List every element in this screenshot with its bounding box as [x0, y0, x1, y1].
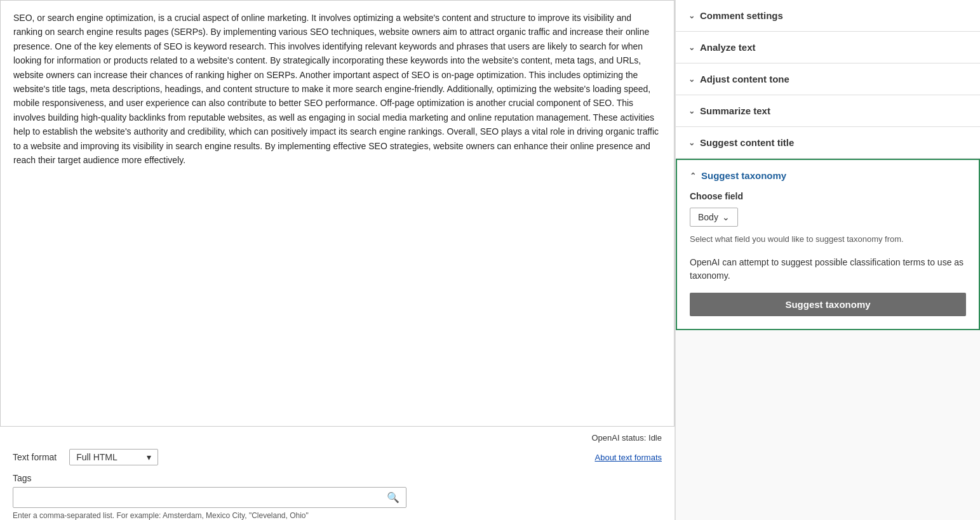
accordion-label-summarize-text: Summarize text	[700, 105, 770, 116]
accordion-header-suggest-content-title[interactable]: ⌄ Suggest content title	[676, 127, 980, 158]
choose-field-label: Choose field	[690, 191, 966, 201]
accordion-comment-settings: ⌄ Comment settings	[676, 0, 980, 32]
accordion-label-suggest-content-title: Suggest content title	[700, 137, 794, 148]
suggest-taxonomy-button[interactable]: Suggest taxonomy	[690, 293, 966, 316]
openai-desc: OpenAI can attempt to suggest possible c…	[690, 256, 966, 283]
tags-input-wrapper: 🔍	[13, 487, 406, 508]
about-text-formats-link[interactable]: About text formats	[595, 453, 662, 462]
accordion-header-suggest-taxonomy[interactable]: ⌃ Suggest taxonomy	[677, 160, 979, 191]
accordion-label-suggest-taxonomy: Suggest taxonomy	[701, 170, 786, 181]
chevron-down-icon: ⌄	[688, 107, 695, 116]
accordion-label-analyze-text: Analyze text	[700, 42, 756, 53]
accordion-label-comment-settings: Comment settings	[700, 10, 783, 21]
chevron-down-icon: ⌄	[722, 212, 730, 222]
text-format-select[interactable]: Full HTML ▾	[69, 449, 158, 465]
chevron-down-icon: ▾	[147, 452, 151, 462]
field-hint: Select what field you would like to sugg…	[690, 233, 966, 246]
body-content-area: SEO, or search engine optimization, is a…	[0, 0, 675, 427]
field-dropdown[interactable]: Body ⌄	[690, 208, 738, 227]
accordion-adjust-content-tone: ⌄ Adjust content tone	[676, 63, 980, 95]
text-format-left: Text format Full HTML ▾	[13, 449, 158, 465]
chevron-up-icon: ⌃	[690, 171, 696, 180]
chevron-down-icon: ⌄	[688, 43, 695, 52]
accordion-summarize-text: ⌄ Summarize text	[676, 95, 980, 127]
left-panel: SEO, or search engine optimization, is a…	[0, 0, 675, 520]
tags-label: Tags	[13, 473, 662, 483]
text-format-value: Full HTML	[76, 452, 117, 462]
accordion-header-analyze-text[interactable]: ⌄ Analyze text	[676, 32, 980, 63]
chevron-down-icon: ⌄	[688, 11, 695, 20]
chevron-down-icon: ⌄	[688, 75, 695, 84]
tags-hint: Enter a comma-separated list. For exampl…	[13, 511, 662, 520]
field-value: Body	[698, 212, 718, 222]
right-panel: ⌄ Comment settings ⌄ Analyze text ⌄ Adju…	[675, 0, 980, 520]
tags-search-icon[interactable]: 🔍	[387, 491, 399, 503]
accordion-header-summarize-text[interactable]: ⌄ Summarize text	[676, 95, 980, 126]
accordion-label-adjust-content-tone: Adjust content tone	[700, 74, 789, 84]
body-text: SEO, or search engine optimization, is a…	[13, 11, 661, 167]
text-format-label: Text format	[13, 452, 57, 462]
tags-input[interactable]	[20, 493, 387, 503]
taxonomy-body: Choose field Body ⌄ Select what field yo…	[677, 191, 979, 329]
chevron-down-icon: ⌄	[688, 138, 695, 147]
openai-status: OpenAI status: Idle	[13, 433, 662, 443]
tags-section: Tags 🔍 Enter a comma-separated list. For…	[13, 473, 662, 520]
bottom-bar: OpenAI status: Idle Text format Full HTM…	[0, 427, 675, 520]
accordion-header-comment-settings[interactable]: ⌄ Comment settings	[676, 0, 980, 31]
accordion-suggest-taxonomy: ⌃ Suggest taxonomy Choose field Body ⌄ S…	[676, 159, 980, 330]
accordion-header-adjust-content-tone[interactable]: ⌄ Adjust content tone	[676, 63, 980, 95]
accordion-suggest-content-title: ⌄ Suggest content title	[676, 127, 980, 159]
accordion-analyze-text: ⌄ Analyze text	[676, 32, 980, 63]
text-format-row: Text format Full HTML ▾ About text forma…	[13, 449, 662, 465]
